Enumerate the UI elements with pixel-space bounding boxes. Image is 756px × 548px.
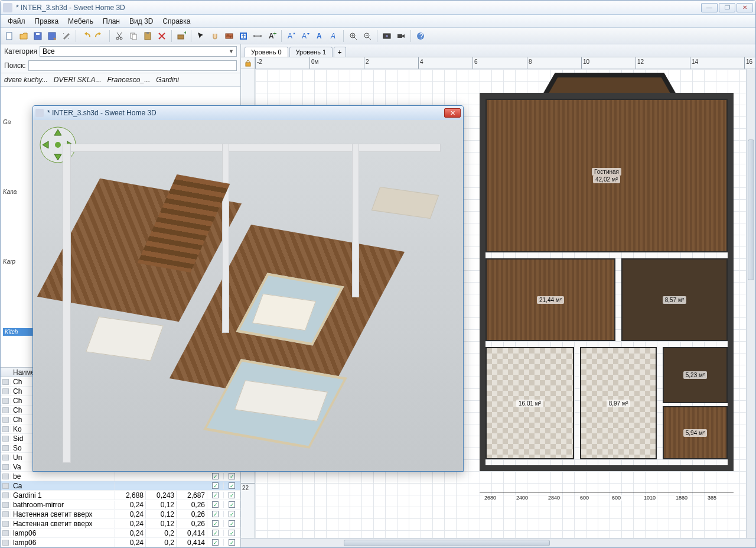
row-icon: [1, 417, 11, 423]
lock-icon[interactable]: [245, 60, 252, 67]
row-visible-checkbox[interactable]: ✓: [207, 520, 224, 527]
row-visible-checkbox[interactable]: ✓: [207, 501, 224, 508]
undo-icon[interactable]: [79, 30, 92, 43]
open-icon[interactable]: [17, 30, 30, 43]
text-tool-icon[interactable]: A+: [265, 30, 278, 43]
catalog-tab[interactable]: dvere kuchy...: [4, 76, 48, 84]
row-locked-checkbox[interactable]: ✓: [224, 511, 240, 517]
minimize-button[interactable]: —: [701, 3, 718, 12]
scroll-thumb[interactable]: [748, 140, 754, 280]
zoom-in-icon[interactable]: [347, 30, 360, 43]
room-living[interactable]: Гостиная 42,02 м²: [485, 99, 728, 252]
text-bigger-icon[interactable]: A: [285, 30, 298, 43]
horizontal-ruler[interactable]: -20м246810121416: [255, 57, 755, 69]
row-locked-checkbox[interactable]: ✓: [224, 530, 240, 536]
video-icon[interactable]: [395, 30, 408, 43]
svg-rect-7: [132, 34, 136, 40]
row-visible-checkbox[interactable]: ✓: [207, 482, 224, 489]
menu-view3d[interactable]: Вид 3D: [125, 16, 158, 27]
redo-icon[interactable]: [93, 30, 106, 43]
level-tab-0[interactable]: Уровень 0: [245, 47, 288, 57]
menu-furn[interactable]: Мебель: [63, 16, 98, 27]
new-icon[interactable]: [3, 30, 16, 43]
save-as-icon[interactable]: [45, 30, 58, 43]
row-locked-checkbox[interactable]: ✓: [224, 482, 240, 489]
level-add-button[interactable]: +: [334, 47, 346, 57]
cut-icon[interactable]: [113, 30, 126, 43]
row-locked-checkbox[interactable]: ✓: [224, 473, 240, 479]
row-icon: [1, 426, 11, 432]
table-row[interactable]: Настенная светит вверх0,240,120,26✓✓: [1, 510, 240, 519]
wall-tool-icon[interactable]: [223, 30, 236, 43]
prefs-icon[interactable]: [60, 30, 73, 43]
room-2[interactable]: 21,44 м²: [485, 258, 615, 341]
room-4[interactable]: 16,01 м²: [485, 347, 574, 459]
room-5[interactable]: 8,97 м²: [580, 347, 657, 459]
menu-edit[interactable]: Правка: [30, 16, 64, 27]
paste-icon[interactable]: [141, 30, 154, 43]
row-name: Gardini 1: [11, 491, 115, 500]
row-locked-checkbox[interactable]: ✓: [224, 520, 240, 527]
row-visible-checkbox[interactable]: ✓: [207, 511, 224, 517]
text-italic-icon[interactable]: A: [327, 30, 340, 43]
table-row[interactable]: lamp060,240,20,414✓✓: [1, 528, 240, 538]
dimension-label: 365: [706, 495, 718, 501]
catalog-tab[interactable]: Francesco_...: [107, 76, 151, 84]
row-locked-checkbox[interactable]: ✓: [224, 492, 240, 498]
text-smaller-icon[interactable]: A: [299, 30, 312, 43]
ruler-tick-label: 0м: [311, 59, 318, 65]
search-input[interactable]: [28, 60, 237, 71]
photo-icon[interactable]: [380, 30, 393, 43]
row-locked-checkbox[interactable]: ✓: [224, 539, 240, 546]
menu-plan[interactable]: План: [98, 16, 125, 27]
row-visible-checkbox[interactable]: ✓: [207, 473, 224, 479]
3d-close-button[interactable]: ✕: [444, 108, 461, 118]
table-row[interactable]: be✓✓: [1, 472, 240, 481]
menu-help[interactable]: Справка: [158, 16, 195, 27]
room-3[interactable]: 8,57 м²: [621, 258, 728, 341]
copy-icon[interactable]: [127, 30, 140, 43]
ruler-tick: 0м: [309, 57, 310, 69]
table-row[interactable]: bathroom-mirror0,240,120,26✓✓: [1, 500, 240, 510]
close-button[interactable]: ✕: [737, 3, 753, 12]
catalog-tab[interactable]: Gardini: [156, 76, 179, 84]
catalog-tab[interactable]: DVERI SKLA...: [54, 76, 102, 84]
room-6[interactable]: 5,23 м²: [663, 347, 728, 403]
row-visible-checkbox[interactable]: ✓: [207, 492, 224, 498]
scroll-thumb[interactable]: [344, 540, 549, 546]
row-visible-checkbox[interactable]: ✓: [207, 530, 224, 536]
row-icon: [1, 474, 11, 479]
horizontal-scrollbar[interactable]: [241, 538, 755, 547]
text-bold-icon[interactable]: A: [313, 30, 326, 43]
table-row[interactable]: Gardini 12,6880,2432,687✓✓: [1, 491, 240, 500]
delete-icon[interactable]: [155, 30, 168, 43]
add-furniture-icon[interactable]: +: [175, 30, 188, 43]
room-tool-icon[interactable]: +: [237, 30, 250, 43]
dimension-tool-icon[interactable]: [251, 30, 264, 43]
table-row[interactable]: Настенная светит вверх0,240,120,26✓✓: [1, 519, 240, 528]
row-visible-checkbox[interactable]: ✓: [207, 539, 224, 546]
row-icon: [1, 388, 11, 394]
vertical-scrollbar[interactable]: [746, 69, 755, 538]
3d-titlebar[interactable]: * INTER_3.sh3d - Sweet Home 3D ✕: [33, 106, 463, 120]
3d-viewport[interactable]: [33, 120, 463, 471]
maximize-button[interactable]: ❐: [719, 3, 735, 12]
level-tab-1[interactable]: Уровень 1: [289, 47, 333, 57]
table-row[interactable]: lamp060,240,20,414✓✓: [1, 538, 240, 547]
ruler-tick: 10: [581, 57, 582, 69]
3d-view-window[interactable]: * INTER_3.sh3d - Sweet Home 3D ✕: [32, 105, 464, 472]
category-combo[interactable]: Все ▼: [40, 46, 237, 57]
menu-file[interactable]: Файл: [3, 16, 30, 27]
table-row[interactable]: Ca✓✓: [1, 481, 240, 491]
room-area: 42,02 м²: [593, 176, 620, 183]
ruler-tick: 2: [364, 57, 364, 69]
3d-window-title: * INTER_3.sh3d - Sweet Home 3D: [47, 109, 444, 117]
zoom-out-icon[interactable]: [361, 30, 374, 43]
row-val-b: 0,12: [146, 520, 177, 528]
help-icon[interactable]: ?: [414, 30, 427, 43]
pan-tool-icon[interactable]: [208, 30, 221, 43]
row-locked-checkbox[interactable]: ✓: [224, 501, 240, 508]
room-7[interactable]: 5,94 м²: [663, 406, 728, 459]
save-icon[interactable]: [31, 30, 44, 43]
select-tool-icon[interactable]: [194, 30, 207, 43]
